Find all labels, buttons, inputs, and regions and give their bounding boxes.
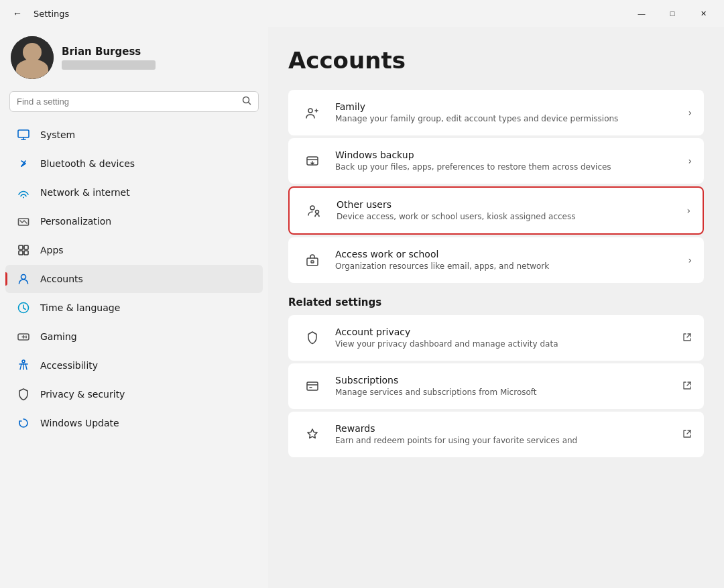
main-layout: Brian Burgess System Bluetooth & devices bbox=[0, 27, 724, 588]
svg-rect-22 bbox=[307, 258, 318, 266]
sidebar-item-label: Apps bbox=[40, 245, 252, 255]
other-users-title: Other users bbox=[337, 199, 680, 210]
accounts-icon bbox=[16, 272, 31, 286]
svg-point-5 bbox=[23, 197, 24, 198]
account-privacy-icon bbox=[300, 326, 324, 350]
update-icon bbox=[16, 416, 31, 430]
time-icon bbox=[16, 300, 31, 315]
svg-rect-8 bbox=[24, 245, 28, 249]
sidebar-item-apps[interactable]: Apps bbox=[5, 236, 263, 264]
titlebar: ← Settings — □ ✕ bbox=[0, 0, 724, 27]
avatar-image bbox=[11, 36, 54, 79]
card-account-privacy[interactable]: Account privacy View your privacy dashbo… bbox=[288, 315, 704, 361]
search-box[interactable] bbox=[9, 91, 259, 112]
sidebar: Brian Burgess System Bluetooth & devices bbox=[0, 27, 268, 588]
subscriptions-title: Subscriptions bbox=[335, 375, 676, 386]
family-icon bbox=[300, 101, 324, 125]
rewards-description: Earn and redeem points for using your fa… bbox=[335, 435, 676, 447]
svg-line-1 bbox=[249, 103, 251, 105]
user-name: Brian Burgess bbox=[62, 46, 156, 58]
svg-rect-7 bbox=[19, 245, 23, 249]
chevron-right-icon: › bbox=[688, 107, 692, 118]
access-work-title: Access work or school bbox=[335, 249, 681, 259]
card-family[interactable]: Family Manage your family group, edit ac… bbox=[288, 90, 704, 135]
other-users-icon bbox=[302, 198, 326, 223]
chevron-right-icon: › bbox=[688, 156, 692, 166]
minimize-button[interactable]: — bbox=[626, 3, 657, 24]
svg-line-28 bbox=[687, 382, 690, 386]
sidebar-item-gaming[interactable]: Gaming bbox=[5, 322, 263, 351]
search-icon bbox=[242, 96, 251, 107]
sidebar-item-network[interactable]: Network & internet bbox=[5, 178, 263, 207]
bluetooth-icon bbox=[16, 156, 31, 171]
svg-rect-2 bbox=[18, 130, 29, 137]
subscriptions-icon bbox=[300, 374, 324, 398]
gaming-icon bbox=[16, 329, 31, 344]
sidebar-item-time[interactable]: Time & language bbox=[5, 294, 263, 322]
svg-point-20 bbox=[310, 206, 314, 210]
rewards-icon bbox=[300, 422, 324, 447]
privacy-icon bbox=[16, 387, 31, 402]
card-windows-backup[interactable]: Windows backup Back up your files, apps,… bbox=[288, 138, 704, 184]
card-other-users[interactable]: Other users Device access, work or schoo… bbox=[288, 186, 704, 235]
settings-cards: Family Manage your family group, edit ac… bbox=[288, 90, 704, 283]
chevron-right-icon: › bbox=[688, 255, 692, 266]
family-description: Manage your family group, edit account t… bbox=[335, 113, 681, 125]
windows-backup-title: Windows backup bbox=[335, 150, 681, 160]
system-icon bbox=[16, 127, 31, 142]
avatar bbox=[11, 36, 54, 79]
titlebar-left: ← Settings bbox=[8, 4, 69, 23]
sidebar-item-label: Windows Update bbox=[40, 418, 252, 428]
user-email bbox=[62, 60, 156, 70]
svg-point-21 bbox=[316, 211, 319, 214]
sidebar-item-accounts[interactable]: Accounts bbox=[5, 265, 263, 293]
sidebar-item-label: Gaming bbox=[40, 331, 252, 342]
back-button[interactable]: ← bbox=[8, 4, 27, 23]
page-title: Accounts bbox=[288, 47, 704, 74]
svg-line-24 bbox=[687, 334, 690, 337]
card-rewards[interactable]: Rewards Earn and redeem points for using… bbox=[288, 412, 704, 457]
card-access-work[interactable]: Access work or school Organization resou… bbox=[288, 237, 704, 283]
maximize-button[interactable]: □ bbox=[657, 3, 688, 24]
account-privacy-description: View your privacy dashboard and manage a… bbox=[335, 339, 676, 350]
sidebar-item-label: Accounts bbox=[40, 274, 252, 284]
card-subscriptions[interactable]: Subscriptions Manage services and subscr… bbox=[288, 363, 704, 409]
family-title: Family bbox=[335, 101, 681, 112]
app-title: Settings bbox=[34, 9, 69, 19]
related-cards: Account privacy View your privacy dashbo… bbox=[288, 315, 704, 457]
sidebar-item-personalization[interactable]: Personalization bbox=[5, 207, 263, 235]
sidebar-item-system[interactable]: System bbox=[5, 121, 263, 149]
accessibility-icon bbox=[16, 358, 31, 373]
sidebar-item-bluetooth[interactable]: Bluetooth & devices bbox=[5, 150, 263, 178]
other-users-description: Device access, work or school users, kio… bbox=[337, 211, 680, 223]
svg-rect-6 bbox=[19, 219, 29, 225]
svg-line-29 bbox=[687, 430, 690, 434]
svg-point-11 bbox=[21, 275, 26, 280]
sidebar-item-label: Network & internet bbox=[40, 187, 252, 198]
windows-backup-icon bbox=[300, 149, 324, 173]
nav-list: System Bluetooth & devices Network & int… bbox=[0, 120, 268, 438]
access-work-icon bbox=[300, 248, 324, 272]
sidebar-item-label: Privacy & security bbox=[40, 389, 252, 400]
svg-point-16 bbox=[25, 336, 27, 337]
svg-rect-9 bbox=[19, 251, 23, 255]
subscriptions-description: Manage services and subscriptions from M… bbox=[335, 387, 676, 398]
svg-rect-10 bbox=[24, 251, 28, 255]
account-privacy-title: Account privacy bbox=[335, 327, 676, 337]
related-settings-title: Related settings bbox=[288, 296, 704, 308]
rewards-title: Rewards bbox=[335, 423, 676, 434]
personalization-icon bbox=[16, 214, 31, 229]
search-container bbox=[0, 91, 268, 120]
sidebar-item-label: Time & language bbox=[40, 302, 252, 313]
window-controls: — □ ✕ bbox=[626, 3, 719, 24]
user-profile[interactable]: Brian Burgess bbox=[0, 27, 268, 91]
svg-point-17 bbox=[25, 337, 27, 339]
search-input[interactable] bbox=[17, 97, 237, 107]
external-link-icon bbox=[682, 333, 692, 344]
sidebar-item-update[interactable]: Windows Update bbox=[5, 409, 263, 437]
svg-rect-23 bbox=[311, 261, 314, 263]
sidebar-item-privacy[interactable]: Privacy & security bbox=[5, 380, 263, 408]
chevron-right-icon: › bbox=[686, 205, 690, 216]
sidebar-item-accessibility[interactable]: Accessibility bbox=[5, 351, 263, 379]
close-button[interactable]: ✕ bbox=[688, 3, 719, 24]
